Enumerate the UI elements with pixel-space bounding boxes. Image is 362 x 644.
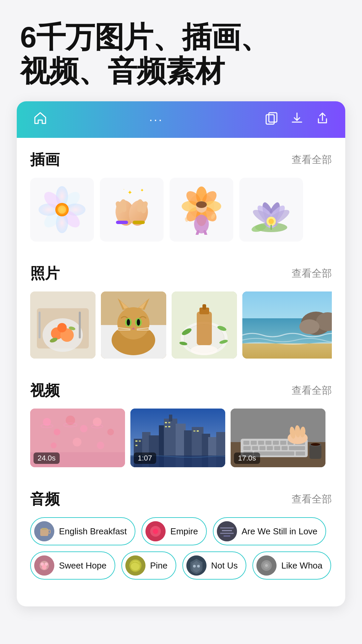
svg-rect-162: [42, 528, 47, 530]
svg-point-64: [117, 307, 149, 339]
svg-rect-0: [266, 115, 274, 124]
bottom-spacer: [17, 593, 345, 606]
audio-chip-label: Are We Still in Love: [242, 526, 317, 537]
audio-avatar: [34, 521, 54, 541]
svg-rect-138: [265, 441, 272, 445]
download-icon[interactable]: [290, 111, 304, 128]
photo-item[interactable]: [30, 291, 96, 359]
illustrations-section: 插画 查看全部: [17, 138, 345, 252]
svg-rect-129: [193, 430, 195, 432]
illustration-item[interactable]: ✦ ✦ ·: [100, 178, 164, 241]
home-icon[interactable]: [33, 111, 48, 128]
video-duration: 24.0s: [34, 452, 60, 464]
svg-rect-123: [139, 440, 141, 442]
svg-rect-15: [116, 221, 128, 224]
audio-avatar: [217, 521, 237, 541]
videos-header: 视频 查看全部: [30, 381, 332, 400]
svg-rect-124: [135, 445, 137, 446]
audio-chip-like-whoa[interactable]: Like Whoa: [252, 551, 331, 580]
video-item[interactable]: 1:07: [130, 409, 225, 467]
svg-point-159: [311, 443, 320, 446]
photos-header: 照片 查看全部: [30, 264, 332, 283]
audio-chip-label: Sweet Hope: [59, 560, 107, 571]
audio-header: 音频 查看全部: [30, 489, 332, 509]
svg-point-182: [197, 565, 200, 568]
page-bottom-spacer: [0, 606, 362, 627]
audio-chip-label: English Breakfast: [59, 526, 127, 537]
svg-text:✦: ✦: [127, 189, 132, 196]
svg-rect-128: [168, 426, 170, 427]
audio-view-all[interactable]: 查看全部: [292, 492, 332, 506]
svg-rect-94: [242, 343, 332, 359]
svg-point-56: [57, 323, 67, 332]
svg-line-37: [205, 231, 206, 235]
audio-chip-sweet-hope[interactable]: Sweet Hope: [30, 551, 115, 580]
audio-chip-are-we-still[interactable]: Are We Still in Love: [213, 517, 326, 545]
illustrations-title: 插画: [30, 150, 60, 170]
svg-text:✦: ✦: [140, 187, 144, 193]
audio-chip-pine[interactable]: Pine: [121, 551, 176, 580]
svg-point-97: [54, 429, 60, 435]
svg-rect-151: [254, 451, 294, 455]
svg-rect-122: [135, 440, 137, 442]
video-item[interactable]: 17.0s: [231, 409, 325, 467]
video-duration: 17.0s: [234, 452, 260, 464]
audio-chip-english-breakfast[interactable]: English Breakfast: [30, 517, 135, 545]
svg-rect-115: [169, 415, 172, 421]
svg-rect-149: [289, 446, 305, 450]
svg-rect-127: [165, 426, 167, 427]
svg-rect-157: [309, 445, 321, 459]
illustration-item[interactable]: [30, 178, 94, 241]
audio-title: 音频: [30, 489, 60, 509]
svg-rect-139: [273, 441, 279, 445]
audio-avatar: [125, 555, 145, 576]
videos-row: 24.0s: [30, 409, 332, 474]
svg-point-102: [51, 442, 57, 448]
svg-point-71: [127, 319, 130, 326]
svg-point-98: [66, 416, 75, 425]
audio-chip-not-us[interactable]: Not Us: [182, 551, 246, 580]
app-toolbar: ···: [17, 101, 345, 138]
svg-rect-146: [267, 446, 273, 450]
audio-chip-empire[interactable]: Empire: [141, 517, 206, 545]
app-card: ··· 插画: [17, 101, 345, 606]
svg-rect-60: [39, 312, 41, 338]
svg-point-101: [107, 429, 114, 435]
share-icon[interactable]: [316, 111, 329, 128]
svg-rect-83: [202, 304, 206, 310]
svg-rect-145: [259, 446, 265, 450]
photos-title: 照片: [30, 264, 60, 283]
svg-point-72: [137, 319, 140, 326]
svg-rect-130: [197, 430, 199, 432]
svg-rect-135: [243, 441, 249, 445]
photos-view-all[interactable]: 查看全部: [292, 267, 332, 280]
video-item[interactable]: 24.0s: [30, 409, 125, 467]
svg-point-104: [97, 442, 104, 449]
photos-section: 照片 查看全部: [17, 252, 345, 369]
illustration-item[interactable]: [239, 178, 303, 241]
svg-rect-1: [269, 113, 277, 122]
svg-rect-167: [217, 521, 237, 541]
copy-icon[interactable]: [265, 111, 278, 128]
svg-rect-81: [197, 312, 212, 345]
photo-item[interactable]: [172, 291, 237, 359]
svg-line-36: [196, 231, 198, 235]
photo-item[interactable]: [101, 291, 166, 359]
svg-point-176: [42, 565, 47, 570]
audio-chip-label: Pine: [150, 560, 168, 571]
videos-view-all[interactable]: 查看全部: [292, 384, 332, 397]
svg-rect-125: [165, 422, 167, 423]
audio-chip-label: Empire: [170, 526, 198, 537]
svg-rect-126: [168, 422, 170, 423]
svg-point-88: [191, 345, 218, 355]
illustration-item[interactable]: [170, 178, 233, 241]
svg-text:·: ·: [123, 187, 124, 192]
videos-section: 视频 查看全部: [17, 369, 345, 477]
illustrations-view-all[interactable]: 查看全部: [292, 153, 332, 167]
audio-avatar: [145, 521, 166, 541]
photo-item[interactable]: [242, 291, 332, 359]
svg-point-35: [196, 201, 207, 208]
more-icon[interactable]: ···: [149, 113, 163, 127]
audio-chip-label: Like Whoa: [281, 560, 322, 571]
svg-point-166: [153, 529, 158, 534]
